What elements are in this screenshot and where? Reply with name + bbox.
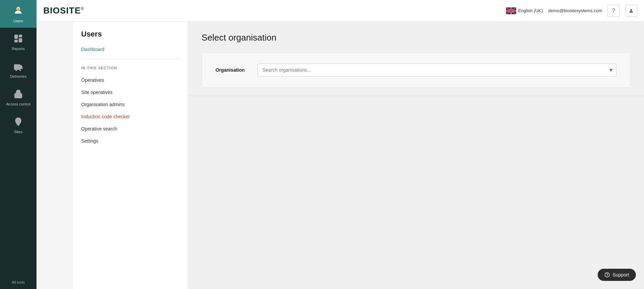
user-profile-button[interactable] [625,5,637,17]
nav-item-operatives[interactable]: Operatives [73,74,188,86]
in-this-section-label: IN THIS SECTION [73,63,188,74]
svg-point-17 [630,9,632,10]
all-tools-label: All tools [12,280,25,284]
uk-flag-icon [506,7,516,14]
user-email: demo@biositesystems.com [548,8,602,13]
section-title: Users [73,30,188,44]
left-sidebar: 👷 Users Reports Deliveries [0,0,37,289]
svg-point-9 [16,69,17,71]
nav-item-organisation-admins[interactable]: Organisation admins [73,98,188,111]
nav-item-induction-code-checker[interactable]: Induction code checker [73,111,188,123]
logo-text: BIOSITE [43,5,81,16]
sidebar-item-users[interactable]: 👷 Users [0,0,37,28]
sidebar-item-deliveries-label: Deliveries [10,74,26,78]
svg-text:3: 3 [18,119,19,121]
organisation-select-card: Organisation ▾ [202,52,630,88]
language-selector[interactable]: English (UK) [506,7,543,14]
svg-rect-5 [19,35,22,37]
sidebar-divider [81,59,180,59]
organisation-label: Organisation [215,67,249,73]
dashboard-link[interactable]: Dashboard [73,44,188,55]
organisation-search-input[interactable] [257,64,617,76]
sites-icon: 3 [12,116,24,128]
svg-rect-6 [19,39,22,42]
deliveries-icon [12,60,24,72]
reports-icon [12,32,24,45]
content-divider [188,96,644,96]
sidebar-item-reports[interactable]: Reports [0,28,37,55]
svg-point-19 [607,276,607,276]
sidebar-item-access-control[interactable]: Access control [0,83,37,111]
help-icon: ? [612,8,615,14]
organisation-search-wrap: ▾ [257,64,617,76]
sidebar-item-reports-label: Reports [12,47,25,51]
sidebar-item-sites-label: Sites [14,130,22,134]
main-container: Users Dashboard IN THIS SECTION Operativ… [73,22,644,289]
user-profile-icon [628,8,634,14]
access-control-icon [12,88,24,100]
svg-point-12 [18,95,19,96]
sidebar-item-sites[interactable]: 3 Sites [0,111,37,139]
nav-item-settings[interactable]: Settings [73,135,188,147]
nav-item-operative-search[interactable]: Operative search [73,123,188,135]
all-tools-button[interactable]: All tools [0,275,37,289]
svg-text:👷: 👷 [16,7,20,11]
help-button[interactable]: ? [607,5,620,17]
support-icon [604,272,610,278]
svg-rect-4 [15,35,18,39]
header-right: English (UK) demo@biositesystems.com ? [506,5,637,17]
sidebar-item-users-label: Users [14,19,23,23]
nav-item-site-operatives[interactable]: Site operatives [73,86,188,98]
support-label: Support [613,272,629,278]
logo: BIOSITE® [43,5,506,16]
users-icon: 👷 [12,5,24,17]
page-title: Select organisation [202,32,630,43]
svg-point-10 [20,69,21,71]
svg-rect-7 [15,40,18,42]
support-button[interactable]: Support [598,269,636,281]
logo-reg: ® [81,6,84,11]
svg-rect-8 [14,65,20,69]
header: BIOSITE® English (UK) demo@biositesystem… [37,0,644,22]
language-label: English (UK) [518,8,543,13]
content-area: Select organisation Organisation ▾ [188,22,644,289]
secondary-sidebar: Users Dashboard IN THIS SECTION Operativ… [73,22,188,289]
sidebar-item-deliveries[interactable]: Deliveries [0,55,37,83]
sidebar-item-access-label: Access control [6,102,30,106]
